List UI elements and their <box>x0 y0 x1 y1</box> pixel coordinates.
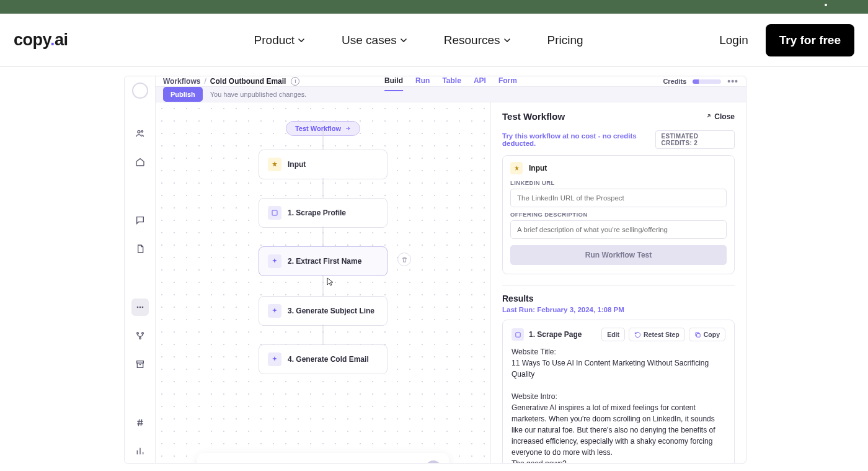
close-panel-button[interactable]: Close <box>704 112 735 121</box>
branch-icon[interactable] <box>131 327 149 344</box>
workflow-header: Workflows / Cold Outbound Email i Build … <box>156 76 746 86</box>
credits-label: Credits <box>663 78 686 85</box>
try-for-free-button[interactable]: Try for free <box>766 24 854 56</box>
stripe-dot <box>825 4 827 6</box>
result-step-title: 1. Scrape Page <box>529 329 582 340</box>
nav-product[interactable]: Product <box>254 34 304 47</box>
result-body: Website Title: 11 Ways To Use AI In Cont… <box>512 346 725 464</box>
node-generate-subject-line[interactable]: 3. Generate Subject Line <box>259 296 388 326</box>
copy-step-button[interactable]: Copy <box>689 328 725 341</box>
credits-bar <box>693 79 721 84</box>
breadcrumb-sep: / <box>204 77 206 86</box>
people-icon[interactable] <box>131 125 149 142</box>
send-button[interactable] <box>425 460 441 464</box>
svg-rect-10 <box>515 332 520 336</box>
svg-point-5 <box>136 333 138 334</box>
login-link[interactable]: Login <box>719 34 748 47</box>
hash-icon[interactable] <box>131 414 149 431</box>
refresh-icon <box>634 331 641 338</box>
try-workflow-hint: Try this workflow at no cost - no credit… <box>502 132 655 147</box>
nav-usecases[interactable]: Use cases <box>342 34 407 47</box>
browser-chrome-stripe <box>0 0 868 14</box>
home-icon[interactable] <box>131 153 149 171</box>
node-label: Input <box>288 160 306 169</box>
publish-button[interactable]: Publish <box>163 87 203 102</box>
tab-table[interactable]: Table <box>442 76 461 91</box>
panel-title: Test Workflow <box>502 111 565 122</box>
linkedin-url-label: LINKEDIN URL <box>510 179 727 186</box>
estimated-credits-chip: ESTIMATED CREDITS: 2 <box>655 130 735 149</box>
tab-api[interactable]: API <box>474 76 486 91</box>
node-label: 2. Extract First Name <box>288 257 361 266</box>
tab-form[interactable]: Form <box>498 76 517 91</box>
breadcrumb-root[interactable]: Workflows <box>163 77 200 86</box>
node-scrape-profile[interactable]: 1. Scrape Profile <box>259 198 388 228</box>
node-input[interactable]: Input <box>259 150 388 179</box>
sparkle-icon <box>268 254 281 268</box>
svg-point-0 <box>138 130 140 133</box>
chart-icon[interactable] <box>131 442 149 460</box>
document-icon[interactable] <box>131 240 149 258</box>
scrape-icon <box>512 328 524 341</box>
more-icon[interactable]: ••• <box>727 76 738 86</box>
workspace-avatar[interactable] <box>132 83 148 99</box>
svg-point-6 <box>141 333 143 334</box>
svg-point-7 <box>139 338 141 339</box>
main-area: Workflows / Cold Outbound Email i Build … <box>156 76 746 463</box>
site-logo[interactable]: copy.ai <box>14 30 68 50</box>
chat-icon[interactable] <box>131 212 149 229</box>
section-divider <box>502 285 735 286</box>
svg-point-1 <box>141 130 143 132</box>
retest-step-button[interactable]: Retest Step <box>629 328 685 341</box>
svg-rect-11 <box>696 333 700 337</box>
chevron-down-icon <box>401 38 407 42</box>
offering-description-input[interactable] <box>510 220 727 239</box>
node-label: 3. Generate Subject Line <box>288 307 374 315</box>
edit-step-button[interactable]: Edit <box>601 328 625 341</box>
input-card: Input LINKEDIN URL OFFERING DESCRIPTION … <box>502 155 735 274</box>
chevron-down-icon <box>504 38 510 42</box>
svg-point-2 <box>136 307 138 308</box>
site-header: copy.ai Product Use cases Resources Pric… <box>0 14 868 67</box>
node-generate-cold-email[interactable]: 4. Generate Cold Email <box>259 344 388 374</box>
svg-point-4 <box>141 307 143 308</box>
run-workflow-test-button[interactable]: Run Workflow Test <box>510 245 727 265</box>
info-icon[interactable]: i <box>291 77 299 86</box>
svg-point-3 <box>139 307 141 308</box>
delete-node-button[interactable] <box>397 253 411 266</box>
svg-rect-9 <box>272 210 277 215</box>
node-extract-first-name[interactable]: 2. Extract First Name <box>259 246 388 276</box>
breadcrumb-name[interactable]: Cold Outbound Email <box>210 77 286 86</box>
test-panel: Test Workflow Close Try this workflow at… <box>490 102 746 464</box>
tab-run[interactable]: Run <box>415 76 430 91</box>
arrow-right-icon <box>345 125 351 132</box>
node-label: 1. Scrape Profile <box>288 209 346 217</box>
left-rail <box>125 76 156 463</box>
copy-icon <box>694 331 701 338</box>
tab-build[interactable]: Build <box>384 76 403 91</box>
node-label: 4. Generate Cold Email <box>288 355 369 364</box>
chat-composer: Build History <box>197 453 449 464</box>
input-icon <box>268 158 281 171</box>
site-nav: Product Use cases Resources Pricing <box>254 34 583 47</box>
scrape-icon <box>268 206 281 220</box>
svg-rect-8 <box>136 361 143 363</box>
sparkle-icon <box>268 352 281 366</box>
nav-pricing[interactable]: Pricing <box>547 34 583 47</box>
input-card-title: Input <box>529 164 547 173</box>
workflow-canvas[interactable]: Test Workflow Input 1. Scrape Profile 2.… <box>156 102 490 464</box>
chevron-down-icon <box>298 38 304 42</box>
sparkle-icon <box>268 304 281 318</box>
cursor-icon <box>327 277 334 286</box>
arrow-close-icon <box>704 114 711 120</box>
view-tabs: Build Run Table API Form <box>384 76 517 91</box>
workflow-icon[interactable] <box>131 298 149 316</box>
nav-resources[interactable]: Resources <box>444 34 510 47</box>
archive-icon[interactable] <box>131 356 149 373</box>
app-screenshot-frame: Workflows / Cold Outbound Email i Build … <box>124 76 746 464</box>
linkedin-url-input[interactable] <box>510 189 727 207</box>
result-step-card: 1. Scrape Page Edit Retest Step Copy Web… <box>502 320 735 464</box>
results-title: Results <box>502 294 735 303</box>
input-icon <box>510 162 523 174</box>
offering-description-label: OFFERING DESCRIPTION <box>510 211 727 218</box>
